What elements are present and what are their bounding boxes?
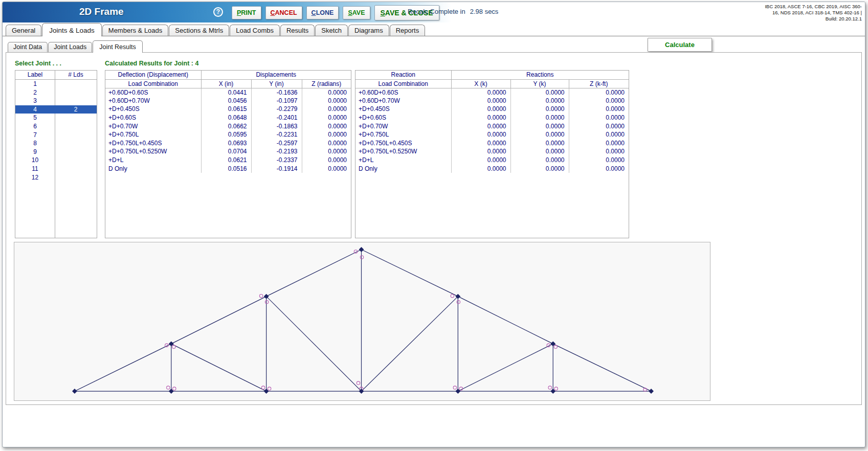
tab-general[interactable]: General <box>6 25 41 36</box>
value-cell: -0.2193 <box>251 147 302 156</box>
app-window: 2D Frame ? PRINT CANCEL CLONE SAVE SAVE … <box>2 2 865 447</box>
value-cell: 0.0000 <box>302 164 351 173</box>
truss-joint-8[interactable] <box>359 247 364 252</box>
tab-members-loads[interactable]: Members & Loads <box>102 25 169 36</box>
joint-label: 4 <box>15 105 55 114</box>
react-col-load-combination: Load Combination <box>355 79 451 88</box>
joint-lds-count <box>55 114 97 122</box>
truss-member-10-4 <box>362 297 458 391</box>
value-cell: 0.0595 <box>201 130 251 139</box>
value-cell: 0.0516 <box>201 164 251 173</box>
subtab-joint-loads[interactable]: Joint Loads <box>48 42 92 52</box>
subtab-joint-data[interactable]: Joint Data <box>8 42 48 52</box>
displacement-group-header: Deflection (Displacement) <box>105 71 201 79</box>
joint-row-8[interactable]: 8 <box>15 139 97 148</box>
value-cell: 0.0000 <box>569 88 629 97</box>
disp-col-z: Z (radians) <box>302 79 351 88</box>
value-cell: 0.0000 <box>302 139 351 148</box>
react-body: +0.60D+0.60S0.00000.00000.0000+0.60D+0.7… <box>355 88 629 173</box>
load-marker-icon <box>554 345 557 348</box>
joint-row-4[interactable]: 42 <box>15 105 97 114</box>
joint-row-1[interactable]: 1 <box>15 80 97 88</box>
result-row: +D+0.70W0.00000.00000.0000 <box>355 122 629 130</box>
result-row: +0.60D+0.70W0.0456-0.10970.0000 <box>105 97 351 105</box>
save-button[interactable]: SAVE <box>343 6 370 19</box>
tab-reports[interactable]: Reports <box>390 25 426 36</box>
tab-sketch[interactable]: Sketch <box>315 25 348 36</box>
content-panel: Select Joint . . . Calculated Results fo… <box>6 52 862 405</box>
joint-row-9[interactable]: 9 <box>15 148 97 156</box>
tab-sections-mtrls[interactable]: Sections & Mtrls <box>169 25 229 36</box>
result-row: +0.60D+0.60S0.0441-0.16360.0000 <box>105 88 351 97</box>
select-joint-rows: 1234256789101112 <box>15 80 97 182</box>
truss-member-10-12 <box>458 297 553 344</box>
value-cell: 0.0000 <box>569 139 629 148</box>
load-marker-icon <box>268 387 271 390</box>
value-cell: 0.0000 <box>302 122 351 130</box>
joint-lds-count <box>55 97 97 105</box>
tab-load-combs[interactable]: Load Combs <box>230 25 280 36</box>
result-row: +0.60D+0.60S0.00000.00000.0000 <box>355 88 629 97</box>
value-cell: 0.0000 <box>302 156 351 165</box>
load-combo-cell: +0.60D+0.70W <box>105 97 201 105</box>
joint-lds-count <box>55 156 97 165</box>
cancel-button[interactable]: CANCEL <box>265 6 302 19</box>
load-marker-icon <box>548 386 551 389</box>
value-cell: 0.0704 <box>201 147 251 156</box>
react-col-y: Y (k) <box>510 79 569 88</box>
load-combo-cell: +D+0.70W <box>355 122 451 130</box>
disp-col-x: X (in) <box>201 79 251 88</box>
label-column-header: Label <box>15 71 55 79</box>
sub-tabs-row: Joint DataJoint LoadsJoint Results Calcu… <box>3 36 865 52</box>
help-icon[interactable]: ? <box>213 7 223 17</box>
sub-tabs: Joint DataJoint LoadsJoint Results <box>8 40 143 52</box>
joint-row-2[interactable]: 2 <box>15 88 97 97</box>
subtab-joint-results[interactable]: Joint Results <box>93 40 143 53</box>
select-joint-header: Label # Lds <box>15 71 97 80</box>
load-combo-cell: +D+L <box>105 156 201 165</box>
joint-label: 6 <box>15 122 55 131</box>
value-cell: 0.0000 <box>451 97 510 105</box>
joint-row-7[interactable]: 7 <box>15 131 97 140</box>
value-cell: -0.1914 <box>251 164 302 173</box>
joint-label: 3 <box>15 97 55 105</box>
joint-label: 8 <box>15 139 55 148</box>
value-cell: -0.2597 <box>251 139 302 148</box>
load-combo-cell: +D+0.60S <box>355 114 451 122</box>
joint-lds-count <box>55 131 97 140</box>
load-marker-icon <box>357 381 360 385</box>
value-cell: 0.0000 <box>451 122 510 130</box>
lds-column-header: # Lds <box>55 71 97 79</box>
value-cell: 0.0000 <box>302 105 351 114</box>
reactions-group-header: Reactions <box>451 71 629 79</box>
value-cell: 0.0000 <box>569 97 629 105</box>
joint-label: 10 <box>15 156 55 165</box>
joint-row-3[interactable]: 3 <box>15 97 97 105</box>
joint-lds-count: 2 <box>55 105 97 114</box>
clone-button[interactable]: CLONE <box>306 6 339 19</box>
load-combo-cell: +D+0.750L+0.450S <box>355 139 451 148</box>
joint-row-5[interactable]: 5 <box>15 114 97 122</box>
truss-joint-1[interactable] <box>72 389 77 394</box>
disp-col-y: Y (in) <box>251 79 302 88</box>
joint-row-6[interactable]: 6 <box>15 122 97 131</box>
joint-row-12[interactable]: 12 <box>15 173 97 182</box>
calculate-button[interactable]: Calculate <box>648 38 712 52</box>
value-cell: 0.0000 <box>510 164 569 173</box>
value-cell: 0.0000 <box>510 139 569 148</box>
tab-diagrams[interactable]: Diagrams <box>348 25 389 36</box>
joint-row-10[interactable]: 10 <box>15 156 97 165</box>
result-row: D Only0.00000.00000.0000 <box>355 164 629 173</box>
truss-joint-7[interactable] <box>649 389 654 394</box>
tab-results[interactable]: Results <box>280 25 315 36</box>
joint-row-11[interactable]: 11 <box>15 165 97 173</box>
load-marker-icon <box>173 387 176 390</box>
print-button[interactable]: PRINT <box>232 6 261 19</box>
reaction-table: Reaction Reactions Load Combination X (k… <box>355 70 629 238</box>
tab-joints-loads[interactable]: Joints & Loads <box>42 23 102 36</box>
value-cell: 0.0000 <box>451 156 510 165</box>
truss-svg <box>14 242 710 400</box>
result-row: +D+0.750L0.00000.00000.0000 <box>355 130 629 139</box>
value-cell: 0.0000 <box>302 88 351 97</box>
page-title: 2D Frame <box>79 6 124 17</box>
